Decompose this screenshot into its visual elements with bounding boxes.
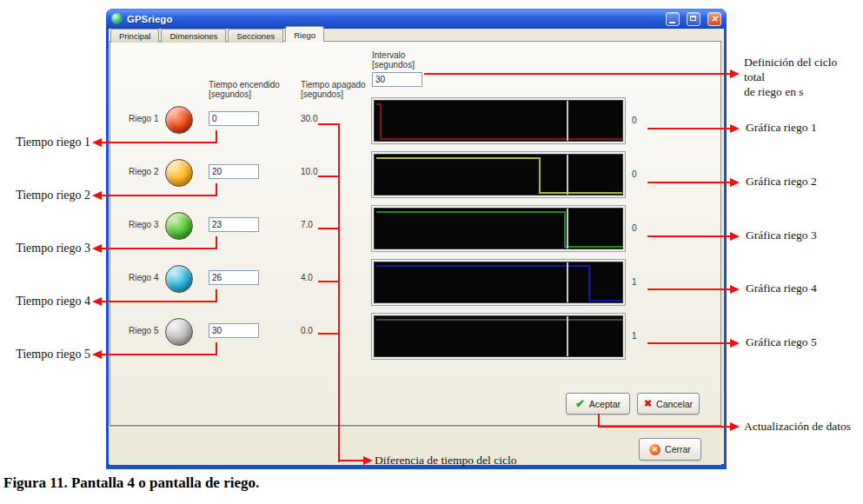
annotation-line (101, 301, 217, 302)
graph-riego-5 (371, 313, 626, 360)
arrowhead-right-icon (730, 232, 740, 241)
close-circle-icon: ✕ (649, 444, 661, 455)
annotation-line (101, 248, 217, 249)
annotation-line (101, 142, 217, 143)
riego-row-label: Riego 1 (129, 114, 158, 123)
annotation-tiempo-riego-4: Tiempo riego 4 (12, 294, 90, 309)
tab-principal[interactable]: Principal (110, 29, 159, 43)
graph-plot (374, 262, 623, 303)
annotation-tick (318, 228, 340, 229)
on-time-input[interactable] (209, 270, 259, 285)
annotation-cycle-diff-note: Diferencia de tiempo del ciclo (375, 454, 516, 468)
tab-dimensiones[interactable]: Dimensiones (161, 29, 226, 43)
cancel-button-label: Cancelar (656, 399, 693, 409)
annotation-line (216, 130, 217, 143)
minimize-icon (669, 22, 675, 23)
on-time-input[interactable] (209, 111, 259, 126)
graph-riego-1 (371, 97, 626, 144)
annotation-tick (318, 176, 340, 177)
trace-drop-segment (564, 211, 566, 248)
annotation-line (216, 183, 217, 196)
time-cursor-line (567, 209, 568, 249)
annotation-grafica-riego-4: Gráfica riego 4 (746, 282, 817, 296)
trace-low-segment (564, 246, 622, 248)
window-title: GPSriego (127, 14, 661, 24)
minimize-button[interactable] (666, 12, 680, 26)
cross-icon: ✖ (644, 399, 652, 408)
annotation-tick (318, 123, 340, 125)
cerrar-button[interactable]: ✕ Cerrar (639, 438, 701, 461)
off-time-value: 4.0 (301, 273, 313, 282)
off-time-column-header: Tiempo apagado[segundos] (301, 80, 366, 99)
close-button[interactable]: ✕ (707, 12, 721, 26)
on-time-input[interactable] (209, 323, 259, 338)
accept-button[interactable]: ✔ Aceptar (566, 393, 630, 414)
riego-row-label: Riego 5 (129, 326, 158, 335)
annotation-update-note: Actualización de datos (744, 420, 851, 434)
interval-input[interactable] (372, 72, 422, 87)
off-time-value: 0.0 (301, 326, 313, 335)
arrowhead-right-icon (730, 285, 740, 294)
on-time-input[interactable] (209, 164, 259, 179)
annotation-grafica-riego-3: Gráfica riego 3 (746, 229, 817, 243)
maximize-icon (690, 16, 696, 21)
on-time-column-header: Tiempo encendido[segundos] (209, 80, 280, 99)
graph-plot (374, 154, 623, 196)
graph-state-value: 0 (632, 169, 637, 179)
graph-riego-2 (371, 151, 626, 198)
led-indicator (165, 212, 193, 240)
annotation-grafica-riego-5: Gráfica riego 5 (746, 335, 817, 350)
time-cursor-line (567, 101, 568, 141)
off-time-value: 10.0 (301, 167, 317, 176)
annotation-tick (318, 281, 340, 282)
graph-riego-4 (371, 259, 626, 306)
graph-state-value: 1 (632, 277, 637, 287)
tab-secciones[interactable]: Secciones (228, 29, 283, 43)
figure-canvas: GPSriego ✕ PrincipalDimensionesSecciones… (0, 0, 863, 504)
annotation-tiempo-riego-5: Tiempo riego 5 (12, 347, 90, 362)
graph-plot (374, 208, 623, 249)
graph-plot (374, 315, 623, 357)
trace-low-segment (380, 138, 622, 140)
arrowhead-right-icon (363, 456, 373, 465)
tab-strip: PrincipalDimensionesSeccionesRiego (110, 27, 326, 42)
graph-state-value: 1 (632, 331, 637, 341)
annotation-line (598, 426, 730, 428)
arrowhead-right-icon (730, 124, 740, 133)
time-cursor-line (567, 155, 568, 195)
window-titlebar[interactable]: GPSriego ✕ (106, 9, 727, 29)
annotation-tiempo-riego-1: Tiempo riego 1 (12, 135, 90, 150)
tab-riego[interactable]: Riego (285, 26, 324, 42)
riego-row-label: Riego 2 (129, 167, 158, 176)
led-indicator (165, 106, 193, 134)
riego-row-label: Riego 3 (129, 220, 158, 229)
on-time-input[interactable] (209, 217, 259, 232)
annotation-line (101, 195, 217, 196)
accept-button-label: Aceptar (589, 399, 621, 409)
led-indicator (165, 159, 193, 187)
annotation-tiempo-riego-2: Tiempo riego 2 (12, 188, 90, 203)
close-icon: ✕ (708, 13, 720, 25)
off-time-value: 30.0 (301, 114, 317, 123)
time-cursor-line (567, 316, 568, 356)
graph-riego-3 (371, 205, 626, 252)
trace-high-segment (376, 211, 564, 213)
interval-label: Intervalo[segundos] (372, 50, 415, 70)
annotation-line (647, 128, 730, 129)
trace-drop-segment (588, 265, 590, 302)
arrowhead-right-icon (730, 70, 740, 78)
maximize-button[interactable] (687, 12, 700, 26)
annotation-interval-note: Definición del ciclo totalde riego en s (744, 56, 860, 100)
annotation-line (216, 289, 217, 302)
graph-plot (374, 100, 623, 142)
trace-low-segment (539, 192, 622, 194)
cancel-button[interactable]: ✖ Cancelar (637, 393, 700, 414)
trace-high-segment (376, 319, 622, 321)
arrowhead-right-icon (730, 422, 740, 431)
graph-state-value: 0 (632, 116, 637, 125)
annotation-grafica-riego-1: Gráfica riego 1 (746, 121, 817, 136)
trace-drop-segment (380, 103, 382, 140)
trace-high-segment (376, 157, 539, 159)
cerrar-button-label: Cerrar (665, 444, 691, 454)
off-time-value: 7.0 (301, 220, 313, 229)
